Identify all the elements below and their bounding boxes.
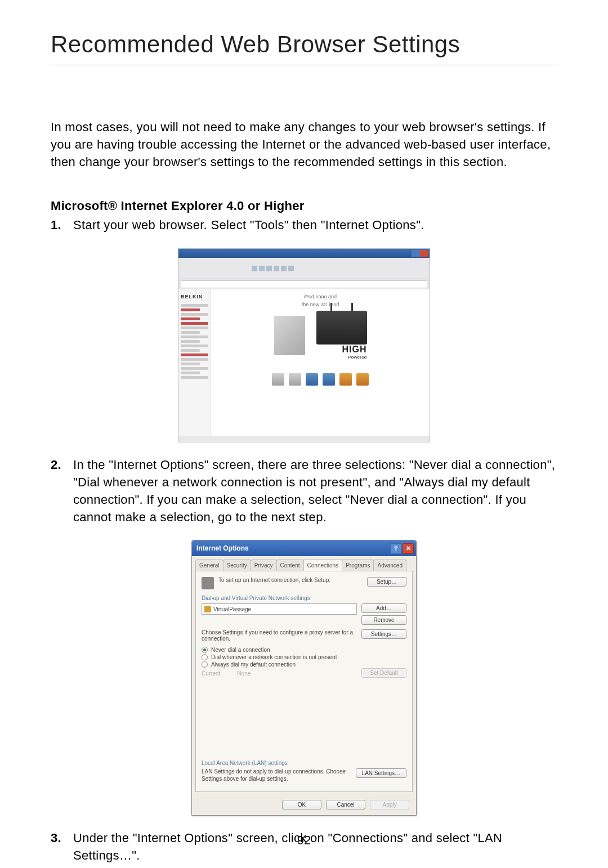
- tab-general[interactable]: General: [195, 560, 223, 571]
- proxy-instruction: Choose Settings if you need to configure…: [202, 629, 357, 642]
- toolbar-icon: [274, 266, 279, 271]
- thumbnail: [356, 373, 369, 386]
- vpn-listbox[interactable]: VirtualPassage: [202, 603, 357, 615]
- connection-icon: [204, 606, 211, 612]
- current-none: None: [237, 670, 251, 677]
- page-title: Recommended Web Browser Settings: [51, 31, 557, 65]
- powered-label: Powered: [316, 355, 367, 360]
- add-button[interactable]: Add…: [361, 603, 406, 613]
- tab-advanced[interactable]: Advanced: [373, 560, 406, 571]
- thumbnail: [289, 373, 301, 386]
- current-label: Current: [202, 670, 220, 677]
- toolbar-icon: [288, 266, 294, 271]
- step-2-number: 2.: [51, 457, 73, 526]
- browser-sidebar: BELKIN: [178, 289, 211, 436]
- help-button[interactable]: ?: [390, 543, 401, 554]
- page-number: 92: [0, 833, 608, 848]
- dialog-title: Internet Options: [196, 544, 249, 552]
- browser-addressbar: [181, 280, 427, 288]
- thumbnail: [339, 373, 352, 386]
- setup-icon: [202, 577, 214, 589]
- radio-label: Always dial my default connection: [211, 661, 296, 668]
- belkin-logo: BELKIN: [181, 294, 208, 299]
- subheading-ie: Microsoft® Internet Explorer 4.0 or High…: [51, 199, 557, 213]
- thumbnail: [272, 373, 284, 386]
- toolbar-icon: [266, 266, 272, 271]
- cancel-button[interactable]: Cancel: [326, 800, 365, 809]
- browser-content: iPod nano and the new 3G iPod HIGH Power…: [211, 289, 430, 436]
- radio-dial-whenever[interactable]: Dial whenever a network connection is no…: [202, 654, 406, 661]
- router-image: [316, 311, 367, 344]
- dialog-titlebar: Internet Options ? ✕: [192, 540, 416, 556]
- vpn-section-label: Dial-up and Virtual Private Network sett…: [202, 595, 406, 601]
- lan-section-label: Local Area Network (LAN) settings: [202, 760, 406, 766]
- intro-text: In most cases, you will not need to make…: [51, 119, 557, 171]
- setup-button[interactable]: Setup…: [367, 577, 406, 587]
- step-2: 2. In the "Internet Options" screen, the…: [51, 457, 557, 526]
- radio-label: Dial whenever a network connection is no…: [211, 654, 337, 660]
- close-button[interactable]: ✕: [403, 543, 414, 554]
- ipod-text-2: the new 3G iPod: [218, 302, 423, 307]
- step-2-text: In the "Internet Options" screen, there …: [73, 457, 557, 526]
- browser-titlebar: [178, 249, 430, 258]
- radio-label: Never dial a connection: [211, 647, 270, 653]
- settings-button[interactable]: Settings…: [361, 629, 406, 639]
- tab-security[interactable]: Security: [223, 560, 251, 571]
- dialog-tabs: General Security Privacy Content Connect…: [192, 556, 416, 571]
- remove-button[interactable]: Remove: [361, 615, 406, 625]
- thumbnail: [323, 373, 335, 386]
- lan-instruction: LAN Settings do not apply to dial-up con…: [202, 768, 351, 782]
- thumbnail: [306, 373, 318, 386]
- toolbar-icon: [252, 266, 257, 271]
- radio-icon: [202, 661, 208, 668]
- radio-icon: [202, 654, 208, 660]
- high-label: HIGH: [316, 344, 367, 355]
- browser-menubar: [178, 258, 430, 279]
- toolbar-icon: [281, 266, 287, 271]
- step-1: 1. Start your web browser. Select "Tools…: [51, 217, 557, 234]
- tab-privacy[interactable]: Privacy: [251, 560, 277, 571]
- product-image: [274, 316, 305, 355]
- set-default-button: Set Default: [361, 668, 406, 678]
- step-1-text: Start your web browser. Select "Tools" t…: [73, 217, 557, 234]
- tab-connections[interactable]: Connections: [303, 559, 343, 571]
- step-1-number: 1.: [51, 217, 73, 234]
- radio-icon: [202, 647, 208, 653]
- figure-internet-options-dialog: Internet Options ? ✕ General Security Pr…: [191, 540, 417, 816]
- vpn-item: VirtualPassage: [213, 606, 251, 612]
- figure-browser-screenshot: BELKIN iPod nano and: [178, 248, 430, 442]
- setup-instruction: To set up an Internet connection, click …: [218, 577, 363, 584]
- radio-never-dial[interactable]: Never dial a connection: [202, 646, 406, 654]
- ipod-text-1: iPod nano and: [218, 294, 423, 299]
- lan-settings-button[interactable]: LAN Settings…: [356, 768, 406, 778]
- dialog-buttons: OK Cancel Apply: [192, 795, 416, 815]
- tab-programs[interactable]: Programs: [342, 560, 374, 571]
- dialog-panel: To set up an Internet connection, click …: [195, 571, 413, 792]
- apply-button: Apply: [370, 800, 409, 809]
- radio-always-dial[interactable]: Always dial my default connection: [202, 661, 406, 668]
- ok-button[interactable]: OK: [282, 800, 321, 809]
- tab-content[interactable]: Content: [276, 560, 304, 571]
- toolbar-icon: [259, 266, 265, 271]
